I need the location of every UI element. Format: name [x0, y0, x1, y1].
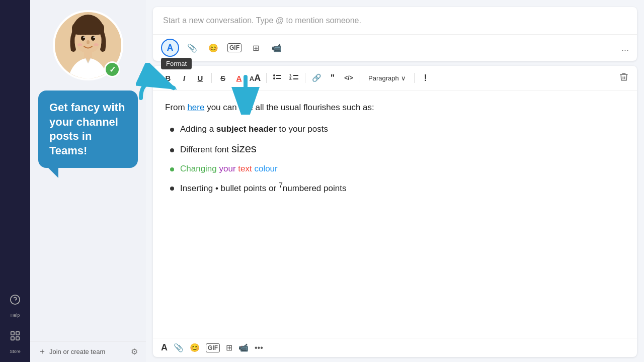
- paragraph-dropdown[interactable]: Paragraph ∨: [364, 72, 410, 84]
- format-tooltip: Format: [161, 58, 192, 69]
- underline-icon: U: [198, 74, 203, 82]
- conversation-area: Start a new conversation. Type @ to ment…: [153, 7, 637, 61]
- separator-3: [305, 73, 305, 83]
- video-bottom-button[interactable]: 📹: [238, 343, 249, 352]
- svg-point-15: [87, 40, 90, 44]
- format-icon: A: [167, 43, 174, 53]
- exclamation-icon: !: [424, 73, 427, 83]
- left-panel: ✓ Get fancy with your channel posts in T…: [30, 0, 146, 362]
- sticker-button[interactable]: ⊞: [248, 40, 264, 56]
- sidebar-item-help[interactable]: Help: [5, 288, 25, 318]
- sticker-bottom-button[interactable]: ⊞: [226, 343, 232, 352]
- svg-point-17: [94, 43, 99, 46]
- svg-rect-28: [293, 78, 298, 79]
- emoji-icon: 😊: [208, 43, 218, 53]
- bullet-list-icon: [273, 73, 282, 83]
- numbered-list-button[interactable]: 1. 2.: [287, 71, 301, 85]
- separator-4: [360, 73, 360, 83]
- attach-button[interactable]: 📎: [184, 40, 200, 56]
- svg-rect-2: [11, 332, 14, 335]
- sticker-icon: ⊞: [253, 43, 259, 53]
- svg-text:1.: 1.: [289, 73, 292, 77]
- join-team-button[interactable]: ＋ Join or create team: [38, 346, 105, 357]
- paragraph-label: Paragraph: [368, 74, 399, 82]
- bullet-dot: [170, 187, 174, 191]
- code-button[interactable]: </>: [342, 71, 356, 85]
- bullet-dot: [170, 128, 174, 132]
- color-red-text: text: [238, 164, 254, 173]
- underline-button[interactable]: U: [193, 71, 207, 85]
- svg-text:2.: 2.: [289, 77, 292, 80]
- link-button[interactable]: 🔗: [309, 71, 324, 85]
- gif-icon: GIF: [227, 43, 242, 52]
- svg-rect-18: [84, 52, 92, 59]
- editor-bottom-toolbar: A 📎 😊 GIF ⊞ 📹 •••: [153, 338, 637, 357]
- list-item-text-color: Changing your text colour: [180, 162, 278, 175]
- status-badge: ✓: [104, 61, 120, 77]
- more-options-icon: ...: [621, 43, 629, 53]
- bullet-dot: [170, 148, 174, 152]
- conversation-input[interactable]: Start a new conversation. Type @ to ment…: [153, 7, 637, 35]
- sidebar: Help Store: [0, 0, 30, 362]
- editor-toolbar: B I U S A AA: [153, 66, 637, 90]
- svg-rect-5: [16, 337, 19, 340]
- avatar-container: ✓: [53, 10, 123, 80]
- conversation-placeholder: Start a new conversation. Type @ to ment…: [163, 16, 361, 25]
- video-bottom-icon: 📹: [238, 343, 249, 352]
- plus-icon: ＋: [38, 346, 46, 357]
- help-icon[interactable]: [5, 290, 25, 310]
- gif-bottom-button[interactable]: GIF: [206, 343, 220, 352]
- color-blue-text: colour: [254, 164, 277, 173]
- list-item-text: Adding a subject header to your posts: [180, 122, 328, 136]
- emoji-bottom-icon: 😊: [190, 343, 200, 352]
- store-icon[interactable]: [5, 326, 25, 346]
- svg-rect-3: [16, 332, 19, 335]
- sidebar-item-store[interactable]: Store: [5, 324, 25, 354]
- quote-icon: ": [331, 73, 335, 83]
- strikethrough-icon: S: [220, 74, 225, 82]
- list-item: Adding a subject header to your posts: [170, 122, 625, 136]
- gif-button[interactable]: GIF: [226, 40, 243, 56]
- main-content: Start a new conversation. Type @ to ment…: [146, 0, 644, 362]
- separator-2: [266, 73, 267, 83]
- store-label: Store: [10, 349, 21, 354]
- attach-icon: 📎: [187, 43, 197, 53]
- gif-bottom-icon: GIF: [206, 343, 220, 352]
- quote-button[interactable]: ": [326, 71, 340, 85]
- svg-point-12: [91, 36, 95, 41]
- editor-content[interactable]: From here you can use all the usual flou…: [153, 90, 637, 338]
- video-button[interactable]: 📹: [269, 40, 285, 56]
- format-bottom-icon: A: [161, 342, 168, 353]
- more-options-button[interactable]: ...: [621, 43, 629, 53]
- format-bottom-button[interactable]: A: [161, 342, 168, 353]
- intro-link[interactable]: here: [187, 103, 204, 112]
- strikethrough-button[interactable]: S: [216, 71, 230, 85]
- list-item-text: Different font sizes: [180, 140, 257, 157]
- bullet-list-button[interactable]: [271, 71, 285, 85]
- list-item: Inserting • bullet points or 7numbered p…: [170, 179, 625, 195]
- list-item: Different font sizes: [170, 140, 625, 157]
- format-button[interactable]: A Format: [161, 39, 179, 57]
- attach-bottom-button[interactable]: 📎: [174, 343, 184, 352]
- link-icon: 🔗: [312, 73, 321, 82]
- numbered-list-icon: 1. 2.: [289, 73, 298, 83]
- svg-point-14: [94, 37, 95, 38]
- list-item-text: Inserting • bullet points or 7numbered p…: [180, 179, 346, 195]
- svg-point-16: [77, 43, 83, 46]
- emoji-button[interactable]: 😊: [205, 40, 221, 56]
- exclamation-button[interactable]: !: [419, 71, 433, 85]
- help-label: Help: [11, 313, 20, 318]
- settings-icon[interactable]: ⚙: [131, 347, 138, 356]
- svg-rect-8: [72, 22, 104, 35]
- more-bottom-button[interactable]: •••: [255, 343, 263, 352]
- separator-5: [414, 73, 415, 83]
- more-bottom-icon: •••: [255, 343, 263, 352]
- svg-point-13: [84, 37, 85, 38]
- chevron-down-icon: ∨: [401, 74, 406, 82]
- svg-point-23: [273, 77, 275, 79]
- emoji-bottom-button[interactable]: 😊: [190, 343, 200, 352]
- left-panel-bottom: ＋ Join or create team ⚙: [30, 341, 146, 362]
- svg-point-11: [81, 36, 85, 41]
- speech-bubble-text: Get fancy with your channel posts in Tea…: [49, 101, 125, 157]
- trash-button[interactable]: [619, 72, 629, 84]
